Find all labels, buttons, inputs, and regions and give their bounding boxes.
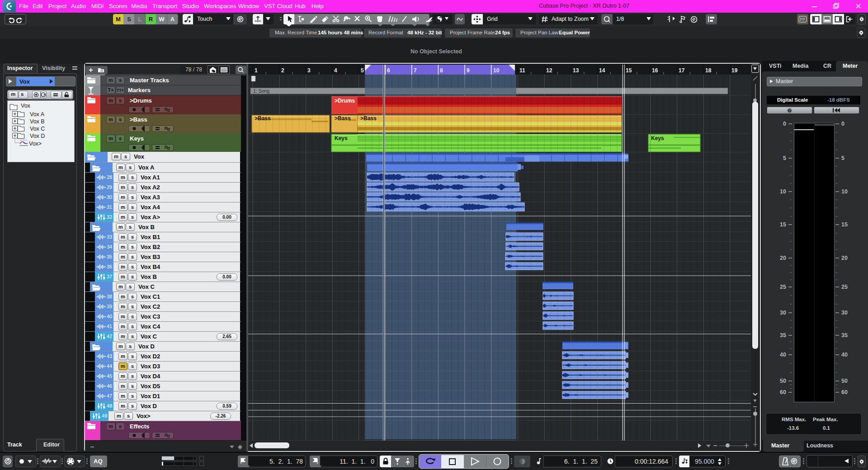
- svg-text:11: 11: [519, 67, 525, 74]
- svg-text:10: 10: [780, 188, 786, 195]
- svg-text:25: 25: [780, 284, 786, 290]
- svg-text:>Bass: >Bass: [255, 115, 271, 122]
- svg-text:Keys: Keys: [651, 135, 664, 141]
- svg-text:15: 15: [626, 67, 632, 74]
- svg-text:17: 17: [679, 67, 685, 74]
- svg-text:2: 2: [281, 67, 284, 74]
- svg-text:6: 6: [387, 67, 390, 74]
- svg-text:30: 30: [841, 310, 848, 316]
- svg-text:50: 50: [780, 378, 786, 384]
- svg-text:>Bass: >Bass: [335, 115, 351, 122]
- svg-text:8: 8: [440, 67, 443, 74]
- svg-text:35: 35: [780, 332, 786, 338]
- svg-text:15: 15: [780, 221, 786, 228]
- svg-text:9: 9: [467, 67, 470, 74]
- svg-text:>Drums: >Drums: [335, 98, 355, 104]
- svg-text:60: 60: [780, 389, 786, 395]
- svg-text:40: 40: [780, 352, 786, 358]
- svg-text:5: 5: [361, 67, 364, 74]
- svg-text:16: 16: [652, 67, 658, 74]
- svg-text:4: 4: [334, 67, 337, 74]
- svg-text:30: 30: [780, 310, 786, 316]
- svg-text:18: 18: [705, 67, 712, 74]
- svg-text:40: 40: [841, 352, 848, 358]
- svg-text:20: 20: [780, 255, 786, 261]
- svg-text:5: 5: [841, 155, 844, 161]
- svg-text:19: 19: [731, 67, 738, 74]
- svg-text:Keys: Keys: [335, 135, 348, 141]
- svg-text:>Bass: >Bass: [360, 115, 377, 122]
- svg-text:20: 20: [841, 255, 848, 261]
- svg-text:13: 13: [573, 67, 579, 74]
- svg-text:0: 0: [783, 121, 786, 127]
- svg-text:60: 60: [841, 389, 848, 395]
- svg-text:12: 12: [546, 67, 552, 74]
- svg-text:5: 5: [783, 155, 786, 161]
- svg-text:10: 10: [841, 188, 848, 195]
- svg-text:0: 0: [841, 121, 844, 127]
- svg-text:10: 10: [493, 67, 500, 74]
- svg-text:3: 3: [307, 67, 311, 74]
- svg-text:15: 15: [841, 221, 848, 228]
- svg-text:25: 25: [841, 284, 848, 290]
- svg-text:14: 14: [599, 67, 605, 74]
- svg-text:35: 35: [841, 332, 848, 338]
- svg-text:7: 7: [414, 67, 417, 74]
- svg-text:1: 1: [255, 67, 258, 74]
- svg-text:1: Song: 1: Song: [253, 88, 269, 94]
- svg-text:50: 50: [841, 378, 848, 384]
